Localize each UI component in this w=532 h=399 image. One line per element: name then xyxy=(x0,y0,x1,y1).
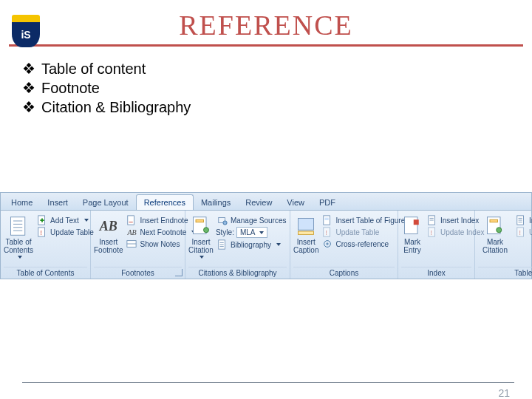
button-label: Manage Sources xyxy=(231,216,287,225)
svg-rect-0 xyxy=(11,217,25,236)
svg-rect-13 xyxy=(196,219,204,222)
tab-mailings[interactable]: Mailings xyxy=(194,195,238,210)
button-label: Cross-reference xyxy=(335,240,389,248)
button-label: Insert Endnote xyxy=(140,216,188,225)
ribbon-tabs: Home Insert Page Layout References Maili… xyxy=(0,192,532,210)
ab-footnote-icon: AB xyxy=(98,215,120,237)
bullet-icon: ❖ xyxy=(22,98,35,116)
bullet-list: ❖ Table of content ❖ Footnote ❖ Citation… xyxy=(22,60,532,116)
next-icon: AB xyxy=(126,227,137,237)
group-citations-bibliography: Insert Citation Manage Sources Style: xyxy=(185,211,290,279)
citation-icon xyxy=(190,215,212,237)
svg-point-14 xyxy=(203,228,208,233)
button-label: Insert Citation xyxy=(188,239,214,254)
tab-review[interactable]: Review xyxy=(238,195,279,210)
list-item: ❖ Footnote xyxy=(22,79,532,97)
caption-icon xyxy=(295,215,317,237)
tab-home[interactable]: Home xyxy=(4,195,40,210)
add-text-button[interactable]: Add Text xyxy=(35,215,95,225)
group-title: Citations & Bibliography xyxy=(188,267,287,279)
cross-reference-icon xyxy=(322,239,332,249)
endnote-icon xyxy=(126,215,137,225)
insert-toa-button[interactable]: Insert Table of Authorities xyxy=(514,215,532,225)
svg-rect-21 xyxy=(299,219,314,231)
bullet-icon: ❖ xyxy=(22,60,35,78)
button-label: Update Table xyxy=(529,228,532,236)
button-label: Show Notes xyxy=(140,240,180,248)
group-footnotes: AB Insert Footnote Insert Endnote AB N xyxy=(91,211,185,279)
svg-point-37 xyxy=(497,228,502,233)
svg-rect-8 xyxy=(128,216,134,225)
svg-point-16 xyxy=(223,221,227,225)
button-label: Insert Caption xyxy=(293,239,318,254)
refresh-icon: ! xyxy=(516,227,526,237)
figures-list-icon xyxy=(322,215,332,225)
button-label: Insert Index xyxy=(440,216,479,225)
update-table-button[interactable]: ! Update Table xyxy=(35,227,95,237)
bullet-text: Citation & Bibliography xyxy=(41,99,191,116)
tab-page-layout[interactable]: Page Layout xyxy=(75,195,136,210)
refresh-document-icon: ! xyxy=(37,227,47,237)
mark-citation-icon xyxy=(484,215,506,237)
table-of-contents-button[interactable]: Table of Contents xyxy=(4,215,33,259)
list-item: ❖ Citation & Bibliography xyxy=(22,98,532,116)
svg-rect-36 xyxy=(490,219,498,222)
tab-insert[interactable]: Insert xyxy=(40,195,75,210)
logo-top xyxy=(12,15,40,22)
group-index: Mark Entry Insert Index ! xyxy=(398,211,475,279)
insert-caption-button[interactable]: Insert Caption xyxy=(293,215,318,254)
button-label: Next Footnote xyxy=(140,228,186,236)
group-title: Index xyxy=(401,267,471,279)
bullet-text: Footnote xyxy=(41,80,100,97)
svg-text:!: ! xyxy=(40,229,41,236)
style-dropdown[interactable]: MLA xyxy=(236,227,267,238)
group-title: Table of Authorities xyxy=(478,267,532,279)
bibliography-button[interactable]: Bibliography xyxy=(216,239,288,250)
svg-rect-22 xyxy=(299,231,314,234)
mark-entry-button[interactable]: Mark Entry xyxy=(401,215,423,254)
mark-entry-icon xyxy=(401,215,423,237)
button-label: Mark Citation xyxy=(482,239,508,254)
update-table-of-figures-button[interactable]: ! Update Table xyxy=(321,227,410,237)
update-toa-button[interactable]: ! Update Table xyxy=(514,227,532,237)
manage-sources-icon xyxy=(217,215,228,225)
group-table-of-authorities: Mark Citation Insert Table of Authoritie… xyxy=(475,211,532,279)
logo-body: iS xyxy=(12,22,40,47)
cross-reference-button[interactable]: Cross-reference xyxy=(321,239,410,249)
insert-footnote-button[interactable]: AB Insert Footnote xyxy=(94,215,123,254)
refresh-icon: ! xyxy=(322,227,332,237)
group-title: Table of Contents xyxy=(4,267,87,279)
citation-style-field: Style: MLA xyxy=(216,227,288,238)
group-table-of-contents: Table of Contents Add Text ! xyxy=(1,211,91,279)
tab-view[interactable]: View xyxy=(279,195,312,210)
svg-text:!: ! xyxy=(519,229,520,236)
button-label: Mark Entry xyxy=(403,239,420,254)
button-label: Insert Table of Authorities xyxy=(529,216,532,225)
insert-citation-button[interactable]: Insert Citation xyxy=(188,215,214,259)
svg-rect-28 xyxy=(405,217,418,234)
dialog-launcher[interactable] xyxy=(175,269,183,276)
svg-text:!: ! xyxy=(430,229,432,236)
bullet-text: Table of content xyxy=(41,61,146,78)
logo-text: iS xyxy=(21,29,30,41)
logo-shield: iS xyxy=(12,15,40,49)
button-label: Update Table xyxy=(335,228,379,236)
mark-citation-button[interactable]: Mark Citation xyxy=(478,215,512,254)
tab-pdf[interactable]: PDF xyxy=(312,195,343,210)
title-underline xyxy=(9,44,523,47)
button-label: Update Table xyxy=(50,228,94,236)
svg-rect-24 xyxy=(325,218,329,221)
insert-toa-icon xyxy=(516,215,526,225)
button-label: Add Text xyxy=(50,216,79,225)
tab-references[interactable]: References xyxy=(136,194,194,210)
slide: iS REFERENCE ❖ Table of content ❖ Footno… xyxy=(0,9,532,399)
bullet-icon: ❖ xyxy=(22,79,35,97)
button-label: Bibliography xyxy=(231,241,271,249)
group-title: Footnotes xyxy=(94,267,182,279)
insert-index-icon xyxy=(427,215,437,225)
page-title: REFERENCE xyxy=(0,9,532,41)
button-label: Insert Footnote xyxy=(94,239,123,254)
document-list-icon xyxy=(7,215,30,237)
manage-sources-button[interactable]: Manage Sources xyxy=(216,215,288,225)
insert-table-of-figures-button[interactable]: Insert Table of Figures xyxy=(321,215,410,225)
